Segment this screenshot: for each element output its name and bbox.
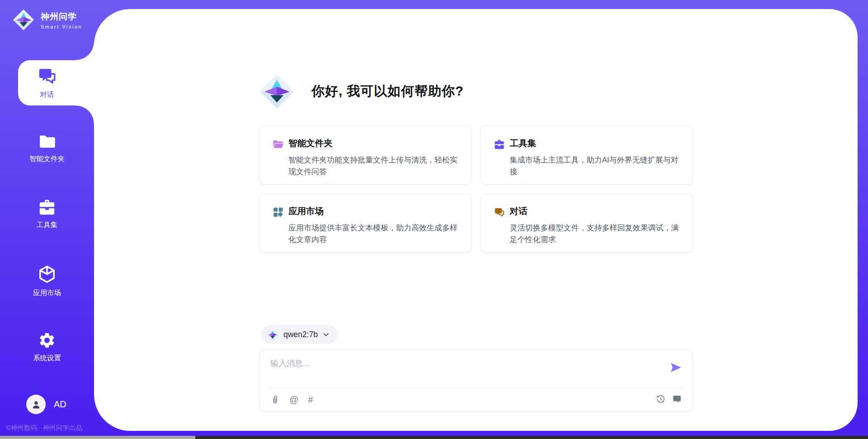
sidebar-item-label: 工具集: [37, 220, 58, 230]
chat-icon: [37, 66, 57, 86]
sidebar-item-smart-folder[interactable]: 智能文件夹: [0, 132, 94, 164]
copyright-text: ©神州数码 · 神州问学出品: [6, 424, 82, 432]
welcome-logo-icon: [259, 72, 294, 110]
folder-open-icon: [272, 138, 284, 150]
attachment-icon[interactable]: [270, 394, 280, 405]
scrollbar-thumb[interactable]: [0, 436, 195, 439]
briefcase-icon: [37, 198, 57, 216]
sidebar-item-label: 应用市场: [33, 288, 61, 298]
card-title: 工具集: [510, 137, 680, 149]
briefcase-icon: [494, 138, 505, 150]
brand-subtitle: Smart Vision: [41, 24, 82, 29]
main-panel: 你好, 我可以如何帮助你? 智能文件夹 智能文件夹功能支持批量文件上传与清洗，轻…: [94, 9, 858, 431]
mention-icon[interactable]: @: [289, 395, 298, 405]
sidebar-item-chat[interactable]: 对话: [0, 60, 94, 105]
card-title: 对话: [510, 205, 680, 217]
chevron-down-icon: [323, 331, 330, 338]
card-title: 应用市场: [288, 205, 458, 217]
sidebar-item-app-market[interactable]: 应用市场: [0, 264, 94, 298]
model-selector[interactable]: qwen2:7b: [261, 325, 338, 344]
card-chat[interactable]: 对话 灵活切换多模型文件，支持多样回复效果调试，满足个性化需求: [481, 194, 693, 253]
horizontal-scrollbar[interactable]: [0, 436, 868, 439]
message-input[interactable]: [270, 358, 659, 384]
sidebar-item-toolset[interactable]: 工具集: [0, 198, 94, 230]
model-name: qwen2:7b: [283, 330, 318, 339]
card-title: 智能文件夹: [288, 137, 458, 149]
model-logo-icon: [266, 329, 278, 341]
user-profile[interactable]: AD: [26, 395, 66, 414]
card-desc: 集成市场上主流工具，助力AI与外界无缝扩展与对接: [510, 154, 680, 177]
message-composer: @ #: [259, 349, 693, 412]
user-initials: AD: [54, 399, 66, 410]
card-desc: 应用市场提供丰富长文本模板，助力高效生成多样化文章内容: [288, 222, 458, 245]
avatar: [26, 395, 46, 414]
person-icon: [31, 399, 42, 410]
brand-name: 神州问学: [41, 11, 82, 23]
hash-icon[interactable]: #: [308, 395, 313, 405]
sidebar: 神州问学 Smart Vision 对话 智能文件夹 工具集 应用市场 系统设置…: [0, 0, 94, 439]
send-icon[interactable]: [670, 362, 681, 373]
greeting-text: 你好, 我可以如何帮助你?: [311, 82, 464, 100]
card-desc: 智能文件夹功能支持批量文件上传与清洗，轻松实现文件问答: [288, 154, 458, 177]
brand: 神州问学 Smart Vision: [13, 9, 82, 31]
chat-bubble-icon[interactable]: [672, 394, 681, 404]
brand-logo-icon: [13, 9, 34, 31]
card-desc: 灵活切换多模型文件，支持多样回复效果调试，满足个性化需求: [510, 222, 680, 245]
sidebar-item-label: 智能文件夹: [29, 154, 65, 164]
sidebar-item-settings[interactable]: 系统设置: [0, 331, 94, 363]
card-toolset[interactable]: 工具集 集成市场上主流工具，助力AI与外界无缝扩展与对接: [481, 126, 693, 185]
folder-icon: [37, 132, 57, 150]
gear-icon: [37, 331, 57, 349]
sidebar-item-label: 系统设置: [33, 353, 61, 363]
composer-divider: [269, 388, 683, 388]
history-icon[interactable]: [656, 395, 665, 404]
feature-cards: 智能文件夹 智能文件夹功能支持批量文件上传与清洗，轻松实现文件问答 工具集 集成…: [259, 126, 693, 253]
card-smart-folder[interactable]: 智能文件夹 智能文件夹功能支持批量文件上传与清洗，轻松实现文件问答: [259, 126, 472, 185]
grid-icon: [272, 206, 284, 218]
sidebar-item-label: 对话: [40, 90, 54, 100]
welcome-block: 你好, 我可以如何帮助你?: [259, 72, 464, 110]
chat-icon: [494, 206, 505, 218]
cube-icon: [36, 264, 58, 284]
card-app-market[interactable]: 应用市场 应用市场提供丰富长文本模板，助力高效生成多样化文章内容: [259, 194, 472, 253]
